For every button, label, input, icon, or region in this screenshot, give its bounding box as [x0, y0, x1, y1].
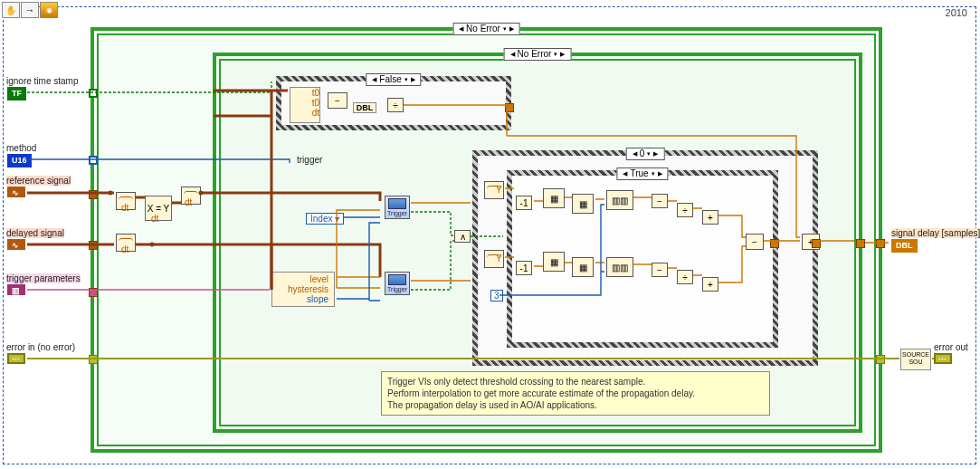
slope-field: slope [274, 294, 328, 304]
tunnel [89, 89, 98, 98]
divide-node[interactable]: ÷ [387, 98, 404, 112]
const-three[interactable]: 3 [490, 290, 503, 302]
index-ring[interactable]: Index ▾ [306, 213, 344, 225]
false-case-selector[interactable]: ◀ False ▾ ▶ [366, 73, 421, 86]
zero-case-value: 0 [640, 148, 645, 159]
tunnel [89, 241, 98, 250]
dbl-coerce[interactable]: DBL [353, 102, 376, 113]
outer-case-selector[interactable]: ◀ No Error ▾ ▶ [452, 23, 520, 35]
chevron-left-icon[interactable]: ◀ [633, 148, 637, 159]
tunnel [89, 156, 98, 165]
and-node[interactable]: ∧ [454, 230, 471, 243]
tunnel [505, 103, 514, 112]
hand-tool-button[interactable] [2, 2, 20, 18]
add-node-a[interactable]: + [702, 210, 718, 225]
dt-label-2: dt [121, 244, 128, 254]
caret-down-icon[interactable]: ▾ [554, 49, 557, 60]
trigger-vi-ref[interactable]: Trigger [385, 196, 410, 219]
reference-signal-label: reference signal [6, 176, 71, 186]
false-case-value: False [379, 74, 401, 85]
source-vi-icon[interactable]: SOURCESOU [900, 349, 931, 370]
method-terminal[interactable]: U16 [7, 154, 32, 168]
div-node-b[interactable]: ÷ [677, 270, 693, 284]
subset-a[interactable]: ▥▥ [606, 190, 633, 210]
highlight-button[interactable] [40, 2, 58, 18]
sub-outer[interactable]: − [746, 234, 764, 250]
ignore-time-stamp-terminal[interactable]: TF [7, 87, 26, 100]
chevron-right-icon[interactable]: ▶ [653, 148, 658, 159]
caret-down-icon[interactable]: ▾ [652, 168, 655, 179]
subtract-node-a[interactable]: − [328, 92, 347, 109]
chevron-left-icon[interactable]: ◀ [372, 74, 376, 85]
add-node-b[interactable]: + [702, 277, 718, 292]
note-l2: Perform interpolation to get more accura… [387, 388, 764, 399]
help-note: Trigger VIs only detect threshold crossi… [381, 371, 770, 416]
trigger-parameters-label: trigger parameters [6, 273, 81, 283]
note-l1: Trigger VIs only detect threshold crossi… [387, 376, 764, 388]
t0-b: t0 [290, 98, 319, 108]
mid-case-value: No Error [518, 49, 552, 60]
caret-down-icon[interactable]: ▾ [647, 148, 651, 159]
index-array-b2[interactable]: ▦ [572, 257, 594, 277]
tunnel [89, 355, 98, 364]
delayed-signal-label: delayed signal [6, 228, 64, 238]
chevron-right-icon[interactable]: ▶ [560, 49, 565, 60]
outer-case-value: No Error [466, 24, 500, 34]
tunnel [89, 190, 98, 199]
chevron-right-icon[interactable]: ▶ [509, 24, 514, 34]
chevron-left-icon[interactable]: ◀ [459, 24, 463, 34]
minus-one-b[interactable]: -1 [516, 261, 532, 275]
arrow-tool-button[interactable] [21, 2, 39, 18]
subset-b[interactable]: ▥▥ [606, 257, 633, 277]
method-label: method [6, 143, 36, 153]
dt-label-3: dt [185, 197, 192, 207]
y-label-2: Y [496, 254, 502, 263]
note-l3: The propagation delay is used in AO/AI a… [387, 399, 764, 411]
error-out-label: error out [934, 342, 968, 352]
sub-node-b[interactable]: − [652, 263, 668, 277]
caret-down-icon[interactable]: ▾ [404, 74, 408, 85]
chevron-right-icon[interactable]: ▶ [658, 168, 662, 179]
level-field: level [274, 274, 328, 284]
index-array-a1[interactable]: ▦ [543, 188, 565, 208]
trig-vi-text-2: Trigger [387, 286, 407, 292]
chevron-left-icon[interactable]: ◀ [623, 168, 627, 179]
index-array-b1[interactable]: ▦ [543, 252, 565, 272]
version-label: 2010 [946, 7, 967, 18]
tunnel [856, 239, 865, 248]
y-label-1: Y [496, 185, 502, 195]
mid-case-selector[interactable]: ◀ No Error ▾ ▶ [504, 48, 572, 61]
signal-delay-terminal[interactable]: DBL [891, 239, 918, 253]
trigger-parameters-terminal[interactable]: ▥ [7, 284, 25, 295]
chevron-right-icon[interactable]: ▶ [411, 74, 415, 85]
t0-a: t0 [290, 88, 319, 98]
tunnel [770, 239, 779, 248]
wave-t0-cluster[interactable]: t0 t0 dt [290, 87, 320, 123]
tunnel [812, 239, 821, 248]
true-case-selector[interactable]: ◀ True ▾ ▶ [616, 168, 668, 180]
minus-one-a[interactable]: -1 [516, 196, 532, 210]
trigger-vi-del[interactable]: Trigger [385, 272, 410, 295]
index-array-a2[interactable]: ▦ [572, 194, 594, 214]
true-case-value: True [630, 168, 648, 179]
eq-text: X = Y [147, 204, 170, 214]
caret-down-icon[interactable]: ▾ [503, 24, 507, 34]
delayed-signal-terminal[interactable]: ∿ [7, 239, 25, 250]
tunnel [876, 239, 885, 248]
ignore-time-stamp-label: ignore time stamp [6, 76, 78, 86]
error-out-terminal[interactable]: ⋯ [934, 353, 952, 364]
error-in-label: error in (no error) [6, 342, 75, 352]
trigger-label: trigger [297, 155, 322, 165]
reference-signal-terminal[interactable]: ∿ [7, 187, 25, 197]
dt-label-1: dt [121, 203, 128, 213]
div-node-a[interactable]: ÷ [677, 203, 693, 217]
sub-node-a[interactable]: − [652, 194, 668, 208]
error-in-terminal[interactable]: ⋯ [7, 353, 25, 364]
caret-down-icon: ▾ [335, 214, 339, 224]
trig-vi-text-1: Trigger [387, 210, 407, 216]
zero-case-selector[interactable]: ◀ 0 ▾ ▶ [626, 148, 665, 160]
dt-eq: dt [151, 214, 158, 224]
chevron-left-icon[interactable]: ◀ [510, 49, 515, 60]
signal-delay-label: signal delay [samples] [891, 228, 980, 238]
unbundle-trigger-params[interactable]: level hysteresis slope [271, 272, 335, 307]
